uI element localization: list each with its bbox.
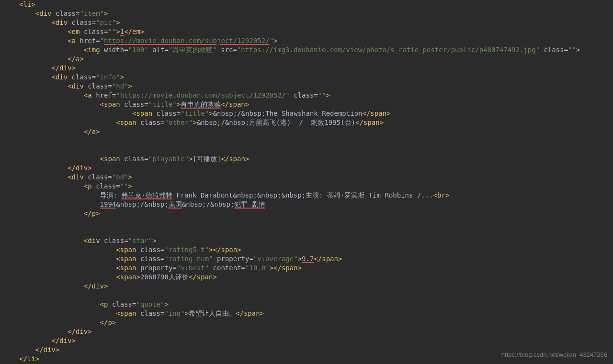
code-block: <li> <div class="item"> <div class="pic"… xyxy=(0,0,613,364)
movie-url: https://movie.douban.com/subject/1292052… xyxy=(104,37,270,44)
director-label: 导演: xyxy=(100,191,122,199)
genre: 犯罪 剧情 xyxy=(234,200,265,208)
rating: 9.7 xyxy=(302,255,314,263)
rank-num: 1 xyxy=(120,28,124,35)
director-name: 弗兰克·德拉邦特 xyxy=(121,191,172,199)
year: 1994 xyxy=(100,200,116,208)
li-open-tag: <li> xyxy=(19,0,35,8)
watermark: https://blog.csdn.net/weixin_43247256 xyxy=(501,350,607,359)
movie-title: 肖申克的救赎 xyxy=(181,100,221,108)
country: 美国 xyxy=(169,200,182,208)
